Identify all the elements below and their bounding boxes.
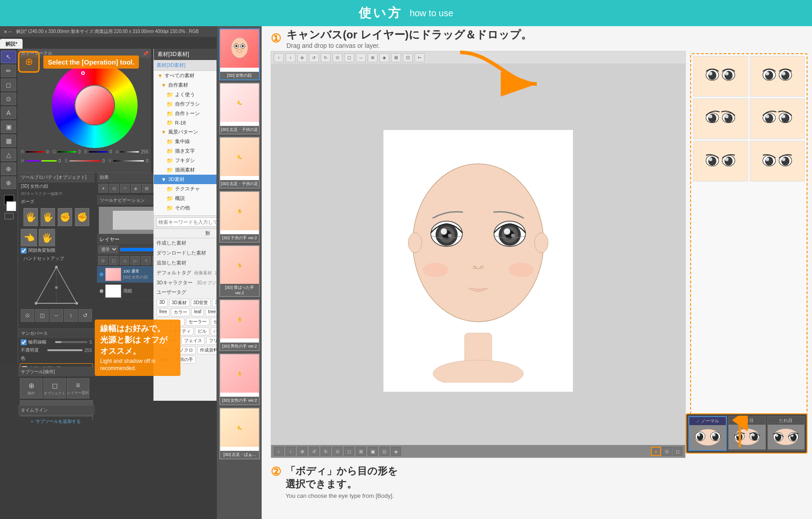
tag-leaf[interactable]: leaf (191, 308, 204, 316)
eye-type-normal[interactable]: ✓ ノーマル (688, 416, 727, 451)
thumb-foot3[interactable]: 🦶 [3D] 左足・ぱぁ... (219, 408, 260, 459)
eff-btn-5[interactable]: ⊠ (142, 184, 152, 193)
tb-3d-2[interactable]: ◻ (344, 53, 354, 62)
bb-forward[interactable]: › (286, 447, 295, 456)
eye-type-tareme[interactable]: たれ目 (767, 416, 805, 451)
layer-tb-5[interactable]: ✧ (141, 256, 151, 265)
tag-face[interactable]: フェイス (181, 337, 205, 345)
pose-btn-1[interactable]: ⊙ (21, 309, 34, 322)
hand-open[interactable]: 🖐 (39, 229, 55, 247)
bb-zoom[interactable]: ⊕ (297, 447, 307, 456)
color-wheel[interactable] (52, 62, 142, 153)
bb-body-btn[interactable]: ● (651, 447, 661, 456)
tool-text[interactable]: A (1, 107, 16, 119)
tag-3d-material[interactable]: 3D素材 (169, 299, 189, 307)
tree-drawing-label: 描画素材 (175, 167, 195, 173)
pose-btn-5[interactable]: ↺ (78, 309, 92, 322)
eff-btn-3[interactable]: ✧ (120, 184, 130, 193)
tb-3d-1[interactable]: ⊙ (332, 53, 342, 62)
tb-3d-6[interactable]: ⊠ (391, 53, 401, 62)
tool-cursor[interactable]: ↖ (1, 51, 16, 63)
subtool-layer-btn[interactable]: ≡ レイヤー選択 (67, 378, 89, 399)
pose-btn-3[interactable]: ↔ (50, 309, 63, 322)
hand-curl-right[interactable]: ✊ (75, 208, 89, 226)
image-assets-label: 画像素材 (194, 270, 212, 276)
eff-btn-1[interactable]: ✦ (98, 184, 108, 193)
tool-pen[interactable]: ✏ (1, 65, 16, 77)
eff-btn-4[interactable]: ◈ (131, 184, 141, 193)
tool-lasso[interactable]: ⊙ (1, 93, 16, 105)
bb-rotate-l[interactable]: ↺ (309, 447, 319, 456)
thumb-foot2[interactable]: 🦶 [3D] 右足・子供の足 (219, 137, 260, 189)
thumb-foot1[interactable]: 🦶 [3D] 左足・子供の足 (219, 83, 260, 134)
tool-eraser[interactable]: ◻ (1, 79, 16, 91)
tab-item-active[interactable]: 解説* (0, 39, 23, 49)
subtool-obj-btn[interactable]: ◻ オブジェクト (43, 378, 66, 399)
tb-3d-5[interactable]: ◈ (379, 53, 389, 62)
hand-right[interactable]: 🖐 (41, 208, 55, 226)
outline-width-checkbox[interactable] (21, 339, 27, 345)
layer-tb-4[interactable]: ▷ (130, 256, 140, 265)
tool-operation[interactable]: ⊕ (1, 162, 16, 175)
tool-fill[interactable]: ▣ (1, 120, 16, 133)
joint-angle-checkbox[interactable]: 関節角変制限 (21, 247, 92, 254)
tag-3d[interactable]: 3D (157, 299, 168, 307)
eff-btn-2[interactable]: ⊙ (109, 184, 119, 193)
tag-3d-bg[interactable]: 3D背景 (191, 299, 211, 307)
tag-free[interactable]: free (157, 308, 170, 316)
hand-point[interactable]: 👈 (21, 229, 37, 247)
hand-left[interactable]: 🖐 (23, 208, 38, 226)
bb-3d-6[interactable]: ◈ (391, 447, 401, 456)
thumb-hand2[interactable]: ✋ [3D] 骨ばった手 ver.2 (219, 245, 260, 297)
tb-3d-4[interactable]: ⊕ (368, 53, 378, 62)
tb-rotate-r[interactable]: ↻ (321, 53, 331, 62)
tb-back[interactable]: ‹ (274, 53, 284, 62)
tool-gradient[interactable]: ▦ (1, 134, 16, 147)
bb-rotate-r[interactable]: ↻ (321, 447, 331, 456)
tag-color[interactable]: カラー (171, 308, 190, 316)
subtool-op-btn[interactable]: ⊕ 操作 (20, 378, 42, 399)
pose-btn-2[interactable]: ◫ (35, 309, 49, 322)
pose-btn-4[interactable]: ↕ (64, 309, 78, 322)
layer-info-3d: 100 通常 [3D] 女性の顔 (123, 269, 158, 280)
bb-3d-4[interactable]: ▣ (368, 447, 378, 456)
bb-3d-5[interactable]: ⊡ (379, 447, 389, 456)
layer-tb-1[interactable]: ⊙ (98, 256, 108, 265)
thumb-face[interactable]: [3D] 女性の顔 (219, 28, 260, 80)
tb-zoom-out[interactable]: ⊕ (297, 53, 307, 62)
hand-curl-left[interactable]: ✊ (58, 208, 72, 226)
tag-sailor[interactable]: セーラー (186, 318, 209, 326)
step2-jp-line1: 「ボディ」から目の形を (286, 465, 398, 477)
layer-tb-2[interactable]: ◻ (109, 256, 119, 265)
add-subtool-button[interactable]: ＋ サブツールを追加する (18, 417, 92, 426)
layer-visibility-3d[interactable] (100, 273, 103, 276)
svg-point-10 (235, 45, 238, 47)
tb-3d-3[interactable]: ↔ (356, 53, 366, 62)
outline-width-slider[interactable] (55, 341, 88, 343)
eye-cell-1-2 (750, 56, 805, 97)
tree-self-icon: ▼ (161, 82, 166, 88)
tb-3d-8[interactable]: ⊢ (415, 53, 424, 62)
layer-visibility-paper[interactable] (100, 289, 103, 293)
svg-point-5 (35, 302, 37, 305)
opacity-slider[interactable] (47, 349, 83, 351)
annotation-line1: 線幅はお好みで。 (100, 324, 165, 333)
bb-extra-1[interactable]: ⊙ (662, 447, 672, 456)
tb-rotate-l[interactable]: ↺ (309, 53, 319, 62)
bb-3d-1[interactable]: ⊙ (332, 447, 342, 456)
joint-angle-input[interactable] (21, 248, 27, 254)
thumb-hand4[interactable]: ✋ [3D] 女性の手 ver.2 (219, 353, 260, 405)
bb-3d-3[interactable]: ⊠ (356, 447, 366, 456)
tb-forward[interactable]: › (286, 53, 295, 62)
tag-building[interactable]: ビル (195, 327, 209, 335)
bb-extra-2[interactable]: ◻ (673, 447, 683, 456)
tool-figure[interactable]: △ (1, 148, 16, 161)
thumb-hand1[interactable]: ✋ [3D] 子供の手 ver.2 (219, 191, 260, 243)
layer-blend-select[interactable]: 通常 (98, 246, 118, 253)
bb-3d-2[interactable]: ◻ (344, 447, 354, 456)
tb-3d-7[interactable]: ⊡ (403, 53, 413, 62)
thumb-hand3[interactable]: ✋ [3D] 男性の手 ver.2 (219, 299, 260, 351)
tool-zoom[interactable]: ⊕ (1, 176, 16, 189)
bb-back[interactable]: ‹ (274, 447, 284, 456)
layer-tb-3[interactable]: ◁ (120, 256, 129, 265)
